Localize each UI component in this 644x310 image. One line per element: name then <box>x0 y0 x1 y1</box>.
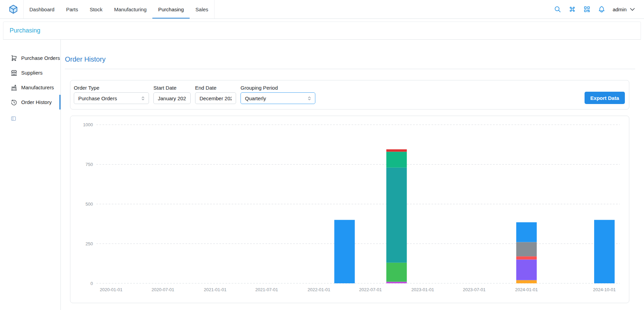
start-date-field: Start Date <box>153 85 191 104</box>
breadcrumb: Purchasing <box>3 22 641 40</box>
bar-segment[interactable] <box>386 149 407 152</box>
svg-text:2024-10-01: 2024-10-01 <box>593 287 616 292</box>
sidebar: Purchase Orders Suppliers <box>0 40 61 310</box>
inventree-logo[interactable] <box>8 4 18 14</box>
end-date-field: End Date <box>195 85 236 104</box>
svg-text:0: 0 <box>91 281 93 286</box>
selector-icon <box>140 95 146 101</box>
content-area: Order History Order Type Purchase Orders… <box>61 40 644 310</box>
history-icon <box>11 99 17 106</box>
qr-scan-icon[interactable] <box>583 5 591 13</box>
sidebar-collapse-icon[interactable] <box>11 116 16 121</box>
order-type-value: Purchase Orders <box>78 95 117 101</box>
sidebar-item-suppliers[interactable]: Suppliers <box>0 65 60 80</box>
bar-segment[interactable] <box>386 168 407 263</box>
grouping-period-select[interactable]: Quarterly <box>241 92 315 104</box>
svg-text:2021-07-01: 2021-07-01 <box>255 287 278 292</box>
svg-text:2020-01-01: 2020-01-01 <box>100 287 123 292</box>
content-divider <box>65 69 635 69</box>
nav-tab-stock[interactable]: Stock <box>84 0 108 18</box>
svg-text:2024-01-01: 2024-01-01 <box>515 287 538 292</box>
main-nav: Dashboard Parts Stock Manufacturing Purc… <box>23 0 215 18</box>
grouping-period-field: Grouping Period Quarterly <box>241 85 315 104</box>
bar-segment[interactable] <box>386 282 407 283</box>
end-date-input[interactable] <box>195 92 236 104</box>
svg-text:2022-01-01: 2022-01-01 <box>307 287 330 292</box>
breadcrumb-purchasing[interactable]: Purchasing <box>10 27 40 34</box>
order-type-select[interactable]: Purchase Orders <box>74 92 149 104</box>
search-icon[interactable] <box>554 5 561 13</box>
nav-tab-sales[interactable]: Sales <box>190 0 214 18</box>
user-menu[interactable]: admin <box>613 6 636 13</box>
end-date-label: End Date <box>195 85 236 91</box>
svg-text:2021-01-01: 2021-01-01 <box>204 287 227 292</box>
nav-tab-purchasing[interactable]: Purchasing <box>152 0 190 18</box>
sidebar-item-order-history[interactable]: Order History <box>0 95 60 109</box>
sidebar-item-label: Suppliers <box>21 70 43 76</box>
shopping-cart-icon <box>11 55 17 62</box>
order-type-label: Order Type <box>74 85 149 91</box>
nav-tab-parts[interactable]: Parts <box>60 0 84 18</box>
bar-segment[interactable] <box>386 152 407 167</box>
svg-text:2022-07-01: 2022-07-01 <box>359 287 382 292</box>
notification-bell-icon[interactable] <box>598 5 605 13</box>
svg-text:1000: 1000 <box>83 122 93 127</box>
bar-segment[interactable] <box>386 263 407 282</box>
user-name: admin <box>613 7 627 12</box>
main-layout: Purchase Orders Suppliers <box>0 40 644 310</box>
bar-segment[interactable] <box>516 280 537 283</box>
bar-segment[interactable] <box>516 222 537 242</box>
bar-segment[interactable] <box>516 242 537 257</box>
sidebar-item-label: Manufacturers <box>21 85 54 90</box>
sidebar-item-label: Purchase Orders <box>21 55 60 61</box>
page-title: Order History <box>65 55 635 63</box>
svg-text:500: 500 <box>85 202 93 207</box>
grouping-period-value: Quarterly <box>245 95 266 101</box>
start-date-label: Start Date <box>153 85 191 91</box>
svg-text:250: 250 <box>85 241 93 246</box>
grouping-period-label: Grouping Period <box>241 85 315 91</box>
bar-segment[interactable] <box>516 256 537 259</box>
filter-panel: Order Type Purchase Orders Start Date En… <box>70 80 629 109</box>
sidebar-item-purchase-orders[interactable]: Purchase Orders <box>0 51 60 65</box>
bar-segment[interactable] <box>594 220 615 283</box>
selector-icon <box>306 95 312 101</box>
building-store-icon <box>11 69 17 76</box>
start-date-input[interactable] <box>153 92 191 104</box>
order-history-chart: 025050075010002020-01-012020-07-012021-0… <box>70 116 629 303</box>
factory-icon <box>11 84 17 91</box>
svg-text:2023-07-01: 2023-07-01 <box>463 287 486 292</box>
sidebar-item-label: Order History <box>21 99 52 105</box>
svg-text:750: 750 <box>85 162 93 167</box>
export-data-button[interactable]: Export Data <box>585 92 625 104</box>
bar-segment[interactable] <box>516 259 537 280</box>
svg-text:2023-01-01: 2023-01-01 <box>411 287 434 292</box>
bar-segment[interactable] <box>334 220 355 283</box>
nav-tab-dashboard[interactable]: Dashboard <box>24 0 60 18</box>
chevron-down-icon <box>629 6 636 13</box>
sidebar-item-manufacturers[interactable]: Manufacturers <box>0 80 60 95</box>
order-type-field: Order Type Purchase Orders <box>74 85 149 104</box>
svg-text:2020-07-01: 2020-07-01 <box>151 287 174 292</box>
top-navbar: Dashboard Parts Stock Manufacturing Purc… <box>0 0 644 19</box>
chart-panel: 025050075010002020-01-012020-07-012021-0… <box>70 116 629 303</box>
command-icon[interactable] <box>568 5 576 13</box>
nav-tab-manufacturing[interactable]: Manufacturing <box>108 0 152 18</box>
